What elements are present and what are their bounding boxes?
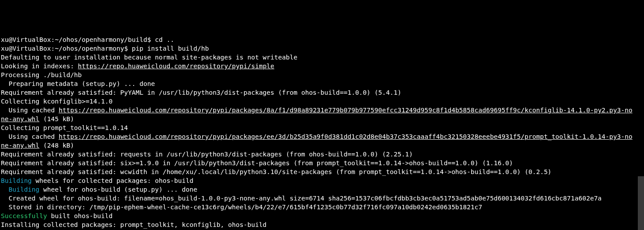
output-line: Defaulting to user installation because … [1,53,635,62]
output-text: (145 kB) [39,115,74,122]
package-url-link[interactable]: https://repo.huaweicloud.com/repository/… [1,133,633,149]
output-line: Requirement already satisfied: wcwidth i… [1,167,635,176]
output-line: Created wheel for ohos-build: filename=o… [1,194,635,203]
output-text: wheels for collected packages: ohos-buil… [32,177,194,184]
index-url-link[interactable]: https://repo.huaweicloud.com/repository/… [78,63,274,70]
output-line: Looking in indexes: https://repo.huaweic… [1,62,635,70]
output-line: Requirement already satisfied: PyYAML in… [1,88,635,97]
building-label: Building [1,177,32,184]
output-indent [1,186,8,193]
prompt-line-2: xu@VirtualBox:~/ohos/openharmony$ pip in… [1,44,635,53]
output-line: Using cached https://repo.huaweicloud.co… [1,132,635,150]
output-line: Collecting kconfiglib>=14.1.0 [1,97,635,106]
output-line: Requirement already satisfied: six>=1.9.… [1,159,635,167]
package-url-link[interactable]: https://repo.huaweicloud.com/repository/… [1,107,633,122]
prompt-line-1: xu@VirtualBox:~/ohos/openharmony/build$ … [1,35,635,44]
prompt-path: ~/ohos/openharmony/build [55,36,147,43]
output-line: Building wheels for collected packages: … [1,176,635,185]
prompt-sep: : [51,45,55,52]
output-line: Building wheel for ohos-build (setup.py)… [1,185,635,194]
prompt-dollar: $ [147,36,155,43]
prompt-user-host: xu@VirtualBox [1,36,51,43]
terminal-output[interactable]: xu@VirtualBox:~/ohos/openharmony/build$ … [0,35,636,230]
success-label: Successfully [1,212,47,219]
command-text: cd .. [155,36,174,43]
output-line: Collecting prompt_toolkit==1.0.14 [1,123,635,132]
output-text: Looking in indexes: [1,63,78,70]
prompt-dollar: $ [124,45,131,52]
prompt-user-host: xu@VirtualBox [1,45,51,52]
output-text: Using cached [1,107,59,114]
output-line: Successfully built ohos-build [1,211,635,220]
scrollbar-track[interactable] [638,0,644,230]
output-text: built ohos-build [47,212,112,219]
output-text: wheel for ohos-build (setup.py) ... done [39,186,197,193]
output-line: Installing collected packages: prompt_to… [1,220,635,229]
prompt-sep: : [51,36,55,43]
output-line: Requirement already satisfied: requests … [1,150,635,159]
building-label: Building [8,186,39,193]
prompt-path: ~/ohos/openharmony [55,45,124,52]
output-line: Stored in directory: /tmp/pip-ephem-whee… [1,203,635,211]
output-text: (248 kB) [39,142,74,149]
output-line: Processing ./build/hb [1,70,635,79]
output-text: Using cached [1,133,59,140]
output-line: Preparing metadata (setup.py) ... done [1,79,635,88]
output-line: Using cached https://repo.huaweicloud.co… [1,106,635,123]
scrollbar-thumb[interactable] [638,176,644,230]
command-text: pip install build/hb [132,45,209,52]
